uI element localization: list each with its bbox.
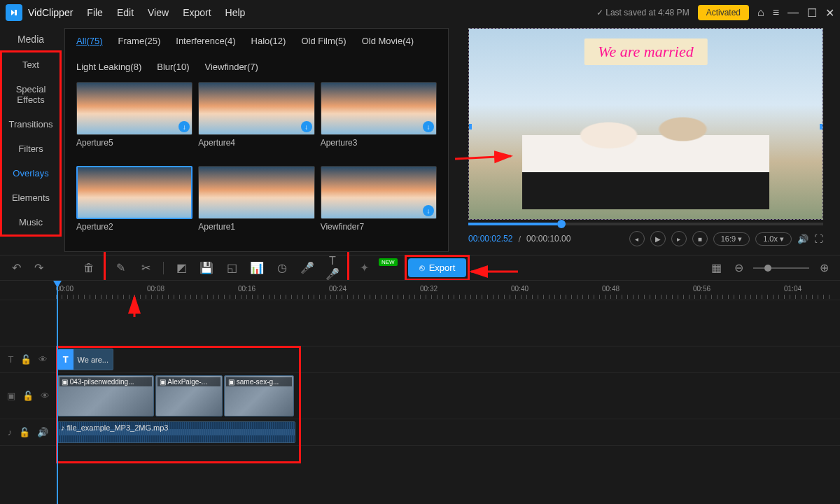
chart-icon[interactable]: 📊 bbox=[249, 261, 265, 274]
preview-canvas[interactable]: We are married bbox=[468, 28, 823, 220]
minimize-icon[interactable]: — bbox=[788, 6, 799, 19]
audio-track-icon: ♪ bbox=[8, 427, 13, 438]
download-icon[interactable]: ↓ bbox=[178, 121, 190, 132]
download-icon[interactable]: ↓ bbox=[423, 205, 434, 216]
new-badge: NEW bbox=[379, 258, 398, 266]
sidebar-header[interactable]: Media bbox=[0, 25, 62, 50]
gallery-item[interactable]: Aperture1 bbox=[198, 166, 314, 246]
clock-icon[interactable]: ◷ bbox=[274, 261, 290, 274]
sidebar-item-transitions[interactable]: Transitions bbox=[2, 112, 59, 136]
menu-export[interactable]: Export bbox=[183, 7, 211, 18]
play-icon[interactable]: ▶ bbox=[650, 231, 666, 246]
lock-icon[interactable]: 🔓 bbox=[20, 354, 31, 365]
resize-handle-left[interactable] bbox=[468, 124, 472, 130]
crop-icon[interactable]: ◩ bbox=[174, 261, 189, 274]
speed-button[interactable]: 1.0x ▾ bbox=[755, 232, 792, 246]
aspect-ratio-button[interactable]: 16:9 ▾ bbox=[713, 232, 750, 246]
stop-icon[interactable]: ■ bbox=[692, 231, 708, 246]
export-button[interactable]: ⎋ Export bbox=[408, 258, 467, 277]
eye-icon[interactable]: 👁 bbox=[38, 354, 48, 365]
effects-icon[interactable]: ✦ bbox=[356, 261, 372, 274]
tab-frame[interactable]: Frame(25) bbox=[118, 36, 161, 46]
volume-icon[interactable]: 🔊 bbox=[797, 234, 808, 244]
prev-frame-icon[interactable]: ◂ bbox=[629, 231, 645, 246]
undo-icon[interactable]: ↶ bbox=[8, 261, 24, 274]
text-overlay[interactable]: We are married bbox=[584, 38, 707, 65]
tab-halo[interactable]: Halo(12) bbox=[251, 36, 286, 46]
preview-scrubber[interactable] bbox=[468, 223, 823, 225]
sidebar-item-music[interactable]: Music bbox=[2, 210, 59, 234]
cut-icon[interactable]: ✂ bbox=[138, 261, 153, 274]
snap-icon[interactable]: ▦ bbox=[708, 261, 724, 274]
speaker-icon[interactable]: 🔊 bbox=[37, 427, 48, 438]
app-name: VidClipper bbox=[28, 7, 73, 18]
zoom-in-icon[interactable]: ⊕ bbox=[816, 261, 832, 274]
audio-track[interactable]: ♪🔓🔊 ♪ file_example_MP3_2MG.mp3 bbox=[0, 419, 840, 445]
next-frame-icon[interactable]: ▸ bbox=[671, 231, 687, 246]
eye-icon[interactable]: 👁 bbox=[41, 391, 50, 401]
sidebar-item-text[interactable]: Text bbox=[2, 52, 59, 77]
tab-light-leaking[interactable]: Light Leaking(8) bbox=[76, 62, 141, 72]
resize-handle-right[interactable] bbox=[820, 124, 823, 130]
tab-blur[interactable]: Blur(10) bbox=[157, 62, 189, 72]
menu-file[interactable]: File bbox=[87, 7, 103, 18]
sidebar-item-special-effects[interactable]: Special Effects bbox=[2, 77, 59, 112]
menu-help[interactable]: Help bbox=[225, 7, 246, 18]
tab-interference[interactable]: Interference(4) bbox=[176, 36, 235, 46]
gallery-item[interactable]: ↓Aperture5 bbox=[76, 82, 192, 162]
gallery-item[interactable]: Aperture2 bbox=[76, 166, 192, 246]
close-icon[interactable]: ✕ bbox=[825, 6, 834, 20]
track-spacer bbox=[0, 300, 840, 346]
gallery-item[interactable]: ↓Viewfinder7 bbox=[321, 166, 437, 246]
video-clip[interactable]: ▣ AlexPaige-... bbox=[155, 375, 223, 416]
video-clip[interactable]: ▣ same-sex-g... bbox=[224, 375, 294, 416]
lock-icon[interactable]: 🔓 bbox=[22, 391, 34, 401]
fullscreen-icon[interactable]: ⛶ bbox=[814, 234, 823, 244]
save-icon[interactable]: 💾 bbox=[199, 261, 214, 274]
text-track[interactable]: T🔓👁 TWe are... bbox=[0, 346, 840, 372]
maximize-icon[interactable]: ☐ bbox=[807, 6, 817, 20]
hamburger-icon[interactable]: ≡ bbox=[773, 6, 779, 19]
tab-old-film[interactable]: Old Film(5) bbox=[301, 36, 346, 46]
audio-clip[interactable]: ♪ file_example_MP3_2MG.mp3 bbox=[57, 421, 295, 443]
tab-viewfinder[interactable]: Viewfinder(7) bbox=[204, 62, 258, 72]
sidebar-item-filters[interactable]: Filters bbox=[2, 136, 59, 161]
tab-all[interactable]: All(75) bbox=[76, 36, 103, 46]
timeline-ruler[interactable]: 00:00 00:08 00:16 00:24 00:32 00:40 00:4… bbox=[0, 280, 840, 300]
playhead[interactable] bbox=[57, 281, 58, 504]
download-icon[interactable]: ↓ bbox=[423, 121, 434, 132]
delete-icon[interactable]: 🗑 bbox=[81, 262, 97, 274]
home-icon[interactable]: ⌂ bbox=[757, 6, 764, 19]
sidebar-item-elements[interactable]: Elements bbox=[2, 186, 59, 210]
gallery-item[interactable]: ↓Aperture3 bbox=[321, 82, 437, 162]
sidebar-item-overlays[interactable]: Overlays bbox=[2, 161, 59, 186]
menu-view[interactable]: View bbox=[148, 7, 169, 18]
last-saved-label: ✓ Last saved at 4:48 PM bbox=[596, 8, 690, 18]
edit-icon[interactable]: ✎ bbox=[113, 261, 128, 274]
timeline-tracks: T🔓👁 TWe are... ▣🔓👁 ▣ 043-pilsenwedding..… bbox=[0, 300, 840, 504]
export-icon: ⎋ bbox=[419, 262, 425, 273]
preview-panel: We are married 00:00:02.52 / 00:00:10.00… bbox=[451, 25, 840, 255]
zoom-out-icon[interactable]: ⊖ bbox=[731, 261, 746, 274]
tab-old-movie[interactable]: Old Movie(4) bbox=[362, 36, 414, 46]
video-clip[interactable]: ▣ 043-pilsenwedding... bbox=[57, 375, 154, 416]
activated-badge[interactable]: Activated bbox=[698, 5, 749, 20]
overlay-gallery: All(75) Frame(25) Interference(4) Halo(1… bbox=[64, 28, 449, 252]
mic-icon[interactable]: 🎤 bbox=[300, 261, 315, 274]
gallery-item[interactable]: ↓Aperture4 bbox=[198, 82, 314, 162]
video-track[interactable]: ▣🔓👁 ▣ 043-pilsenwedding... ▣ AlexPaige-.… bbox=[0, 372, 840, 419]
scrubber-knob[interactable] bbox=[557, 220, 566, 228]
time-total: 00:00:10.00 bbox=[526, 234, 570, 244]
titlebar: VidClipper File Edit View Export Help ✓ … bbox=[0, 0, 840, 25]
pip-icon[interactable]: ◱ bbox=[224, 261, 239, 274]
menu-edit[interactable]: Edit bbox=[117, 7, 134, 18]
main-menu: File Edit View Export Help bbox=[87, 7, 245, 18]
download-icon[interactable]: ↓ bbox=[301, 121, 312, 132]
gallery-tabs: All(75) Frame(25) Interference(4) Halo(1… bbox=[65, 29, 448, 76]
app-logo bbox=[6, 4, 22, 21]
zoom-slider[interactable] bbox=[753, 267, 809, 269]
text-to-speech-icon[interactable]: T🎤 bbox=[325, 255, 340, 281]
text-clip[interactable]: TWe are... bbox=[57, 349, 113, 370]
lock-icon[interactable]: 🔓 bbox=[19, 427, 30, 438]
redo-icon[interactable]: ↷ bbox=[31, 261, 46, 274]
